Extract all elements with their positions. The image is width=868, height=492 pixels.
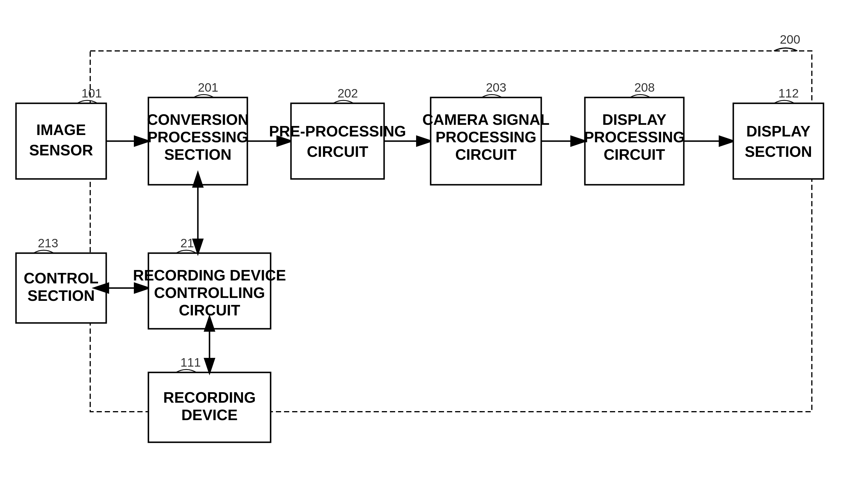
label-208: 208 <box>634 81 655 94</box>
text-camera-3: CIRCUIT <box>455 146 517 163</box>
text-conversion-3: SECTION <box>164 146 231 163</box>
text-control-1: CONTROL <box>24 270 98 287</box>
text-conversion-2: PROCESSING <box>148 129 248 146</box>
text-recording-ctrl-1: RECORDING DEVICE <box>133 267 286 284</box>
label-112: 112 <box>778 87 799 100</box>
text-image-sensor-2: SENSOR <box>29 142 93 158</box>
text-conversion-1: CONVERSION <box>147 111 249 128</box>
text-camera-2: PROCESSING <box>436 129 537 146</box>
label-200: 200 <box>780 32 800 46</box>
text-pre-1: PRE-PROCESSING <box>269 123 406 140</box>
text-image-sensor-1: IMAGE <box>36 121 86 138</box>
text-control-2: SECTION <box>27 287 95 304</box>
text-display-sect-2: SECTION <box>745 143 812 160</box>
text-recording-dev-2: DEVICE <box>181 407 238 423</box>
diagram-container: 200 IMAGE SENSOR 101 CONVERSION PROCESSI… <box>0 0 868 492</box>
text-recording-ctrl-3: CIRCUIT <box>179 302 240 319</box>
block-pre-processing <box>291 103 384 179</box>
label-201: 201 <box>198 81 218 94</box>
text-recording-dev-1: RECORDING <box>163 389 256 406</box>
label-202: 202 <box>338 87 358 100</box>
text-camera-1: CAMERA SIGNAL <box>422 111 549 128</box>
text-display-proc-2: PROCESSING <box>584 129 685 146</box>
label-203: 203 <box>486 81 506 94</box>
label-101: 101 <box>81 87 102 100</box>
text-display-sect-1: DISPLAY <box>746 123 811 140</box>
text-recording-ctrl-2: CONTROLLING <box>154 284 265 301</box>
text-pre-2: CIRCUIT <box>307 143 368 160</box>
text-display-proc-1: DISPLAY <box>602 111 667 128</box>
block-display-section <box>733 103 823 179</box>
label-111: 111 <box>180 355 201 369</box>
text-display-proc-3: CIRCUIT <box>604 146 665 163</box>
label-213: 213 <box>38 236 58 250</box>
block-image-sensor <box>16 103 106 179</box>
